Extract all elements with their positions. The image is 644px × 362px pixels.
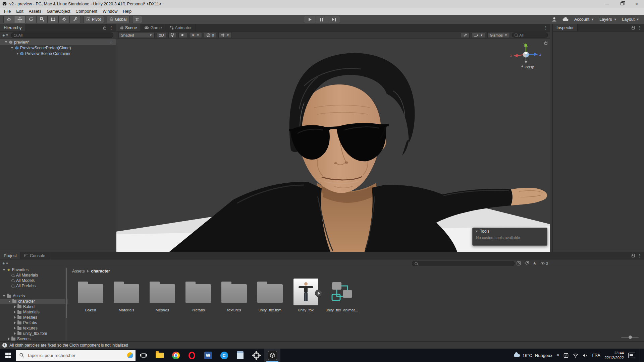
transform-tool-button[interactable] — [59, 16, 70, 23]
menu-edit[interactable]: Edit — [13, 8, 26, 15]
gizmos-dropdown[interactable]: Gizmos ▼ — [487, 32, 510, 38]
scale-tool-button[interactable] — [37, 16, 48, 23]
foldout-closed-icon[interactable] — [14, 332, 16, 335]
pivot-toggle[interactable]: Pivot — [84, 16, 104, 23]
hidden-packages-toggle[interactable]: 3 — [540, 261, 548, 265]
asset-item-unity-fbx[interactable]: unity_fbx — [289, 277, 323, 312]
kebab-menu-icon[interactable]: ⋮ — [638, 253, 642, 258]
asset-item-materials[interactable]: Materials — [110, 277, 143, 312]
lock-icon[interactable] — [632, 27, 635, 29]
tab-scene[interactable]: Scene — [116, 24, 141, 31]
tree-unity-fbx-fbm[interactable]: unity_fbx.fbm — [0, 331, 68, 336]
tree-textures[interactable]: textures — [0, 325, 68, 331]
tree-all-materials[interactable]: All Materials — [0, 273, 68, 278]
foldout-closed-icon[interactable] — [14, 305, 16, 308]
foldout-open-icon[interactable] — [11, 47, 13, 49]
tree-all-prefabs[interactable]: All Prefabs — [0, 283, 68, 289]
status-bar[interactable]: i All cloth particles are fixed so the C… — [0, 341, 644, 349]
foldout-open-icon[interactable] — [475, 231, 478, 232]
tree-meshes[interactable]: Meshes — [0, 315, 68, 320]
kebab-menu-icon[interactable]: ⋮ — [544, 25, 548, 30]
asset-item-textures[interactable]: textures — [217, 277, 251, 312]
pen-tray-icon[interactable] — [564, 353, 569, 358]
search-by-label-icon[interactable] — [525, 261, 529, 265]
step-button[interactable] — [328, 16, 340, 23]
hand-tool-button[interactable] — [3, 16, 14, 23]
settings-button[interactable] — [248, 349, 264, 362]
tree-prefabs[interactable]: Prefabs — [0, 320, 68, 325]
asset-item-meshes[interactable]: Meshes — [146, 277, 179, 312]
tree-assets[interactable]: Assets — [0, 293, 68, 299]
expand-subassets-button[interactable] — [315, 290, 322, 297]
menu-help[interactable]: Help — [120, 8, 134, 15]
tool-settings-button[interactable] — [461, 32, 470, 38]
foldout-closed-icon[interactable] — [8, 338, 10, 340]
collab-icon[interactable] — [551, 17, 557, 22]
tab-animator[interactable]: Animator — [166, 24, 196, 31]
lighting-toggle[interactable] — [168, 32, 176, 38]
foldout-open-icon[interactable] — [8, 301, 11, 302]
tree-baked[interactable]: Baked — [0, 304, 68, 309]
favorites-star-icon[interactable]: ★ — [533, 261, 537, 265]
task-view-button[interactable] — [136, 349, 152, 362]
start-button[interactable] — [0, 349, 16, 362]
calculator-button[interactable] — [232, 349, 248, 362]
inspector-tab[interactable]: Inspector — [553, 24, 578, 31]
rect-tool-button[interactable] — [48, 16, 59, 23]
tree-scrollbar[interactable] — [65, 267, 67, 341]
layout-dropdown[interactable]: Layout▼ — [622, 17, 639, 22]
scene-search-input[interactable]: All — [512, 33, 548, 38]
chrome-button[interactable] — [168, 349, 184, 362]
menu-window[interactable]: Window — [100, 8, 120, 15]
orientation-gizmo[interactable]: y x z Persp — [509, 42, 543, 72]
lock-icon[interactable] — [103, 27, 106, 29]
taskbar-clock[interactable]: 23:44 22/12/2022 — [604, 351, 624, 360]
shading-mode-dropdown[interactable]: Shaded ▼ — [118, 32, 155, 38]
taskbar-search[interactable]: Taper ici pour rechercher — [16, 350, 136, 361]
scene-viewport[interactable]: y x z Persp Tools No custom tools availa… — [116, 39, 550, 252]
opera-button[interactable] — [184, 349, 200, 362]
kebab-menu-icon[interactable]: ⋮ — [109, 40, 113, 45]
asset-item-baked[interactable]: Baked — [74, 277, 107, 312]
volume-tray-icon[interactable] — [583, 353, 588, 358]
foldout-open-icon[interactable] — [3, 295, 5, 297]
kebab-menu-icon[interactable]: ⋮ — [109, 25, 113, 30]
thumbnail-zoom-slider[interactable] — [621, 335, 639, 339]
global-toggle[interactable]: Global — [107, 16, 130, 23]
foldout-open-icon[interactable] — [3, 269, 5, 271]
menu-file[interactable]: File — [1, 8, 13, 15]
show-desktop-button[interactable] — [640, 349, 641, 362]
pause-button[interactable] — [316, 16, 328, 23]
menu-component[interactable]: Component — [73, 8, 100, 15]
search-by-type-icon[interactable] — [517, 261, 521, 265]
slider-knob[interactable] — [629, 336, 632, 339]
create-button[interactable]: +▼ — [2, 33, 9, 38]
tab-game[interactable]: Game — [141, 24, 166, 31]
rotate-tool-button[interactable] — [25, 16, 37, 23]
hidden-icons-chevron[interactable]: ^ — [557, 353, 559, 358]
tree-all-models[interactable]: All Models — [0, 278, 68, 283]
kebab-menu-icon[interactable]: ⋮ — [638, 25, 642, 30]
account-dropdown[interactable]: Account▼ — [574, 17, 594, 22]
minimize-button[interactable] — [600, 0, 614, 8]
audio-toggle[interactable] — [178, 32, 187, 38]
tree-materials[interactable]: Materials — [0, 309, 68, 315]
file-explorer-button[interactable] — [152, 349, 168, 362]
camera-settings-dropdown[interactable]: ▼ — [218, 32, 232, 38]
language-indicator[interactable]: FRA — [592, 353, 600, 358]
foldout-closed-icon[interactable] — [14, 327, 16, 329]
blue-app-button[interactable]: C — [216, 349, 232, 362]
project-search-input[interactable] — [412, 261, 515, 266]
2d-toggle[interactable]: 2D — [157, 32, 166, 38]
hierarchy-row-scene[interactable]: preview* ⋮ — [0, 39, 116, 45]
grid-snap-button[interactable] — [132, 16, 142, 23]
wifi-tray-icon[interactable] — [573, 353, 578, 358]
scene-visibility-toggle[interactable]: 0 — [204, 32, 216, 38]
play-button[interactable] — [304, 16, 316, 23]
foldout-closed-icon[interactable] — [14, 316, 16, 319]
view-lock-icon[interactable] — [544, 42, 547, 45]
asset-item-prefabs[interactable]: Prefabs — [181, 277, 215, 312]
scene-camera-dropdown[interactable]: ▼ — [472, 32, 485, 38]
close-button[interactable]: × — [629, 0, 644, 8]
asset-item-unity-fbx-fbm[interactable]: unity_fbx.fbm — [253, 277, 287, 312]
